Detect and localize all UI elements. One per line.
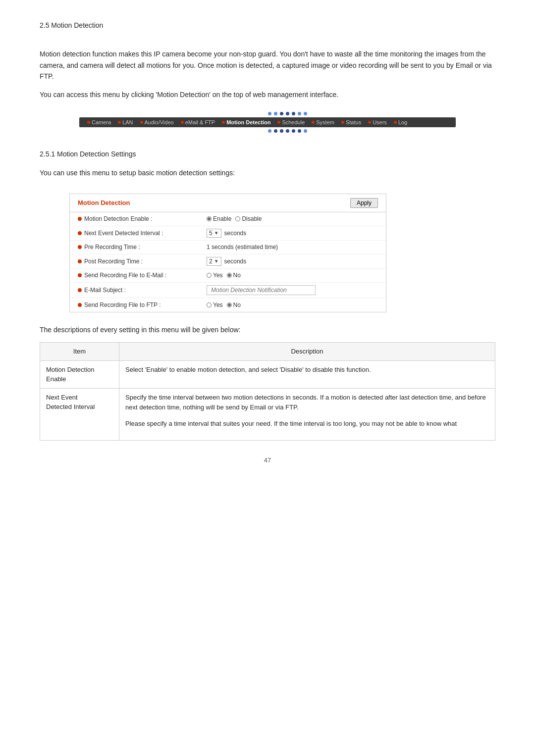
motion-value-enable: Enable Disable <box>207 215 262 222</box>
desc-intro: The descriptions of every setting in thi… <box>40 324 495 335</box>
nav-item-audiovideo[interactable]: Audio/Video <box>137 119 177 125</box>
radio-disable-circle[interactable] <box>235 216 240 221</box>
motion-form-title: Motion Detection <box>78 199 130 206</box>
motion-label-sendemail: Send Recording File to E-Mail : <box>78 272 207 279</box>
nav-bullet-motiondetection <box>222 121 225 124</box>
radio-sendemail-yes[interactable]: Yes <box>207 272 223 279</box>
nav-item-schedule[interactable]: Schedule <box>274 119 308 125</box>
nav-item-lan[interactable]: LAN <box>115 119 136 125</box>
prerecord-text: 1 seconds (estimated time) <box>207 244 278 251</box>
page-number: 47 <box>40 456 495 464</box>
radio-sendftp-yes-label: Yes <box>213 302 223 308</box>
bullet-sendftp <box>78 303 82 307</box>
nav-item-status[interactable]: Status <box>338 119 364 125</box>
apply-button[interactable]: Apply <box>350 198 378 208</box>
motion-value-sendftp: Yes No <box>207 302 241 308</box>
motion-label-prerecord-text: Pre Recording Time : <box>84 244 140 251</box>
radio-group-enable: Enable Disable <box>207 215 262 222</box>
bullet-prerecord <box>78 245 82 249</box>
nav-item-camera[interactable]: Camera <box>84 119 114 125</box>
nav-dot <box>304 112 307 115</box>
motion-label-postrecord-text: Post Recording Time : <box>84 258 143 265</box>
bullet-sendemail <box>78 273 82 277</box>
nav-label-users[interactable]: Users <box>373 119 387 125</box>
table-header-description: Description <box>119 343 495 361</box>
nav-bullet-users <box>368 121 371 124</box>
nav-label-status[interactable]: Status <box>346 119 361 125</box>
nav-dot-b <box>274 129 277 133</box>
radio-sendftp-yes[interactable]: Yes <box>207 302 223 308</box>
radio-sendftp-yes-circle[interactable] <box>207 302 212 307</box>
motion-row-sendemail: Send Recording File to E-Mail : Yes No <box>70 269 386 283</box>
motion-row-sendftp: Send Recording File to FTP : Yes No <box>70 298 386 312</box>
nav-bullet-audiovideo <box>140 121 143 124</box>
setup-intro: You can use this menu to setup basic mot… <box>40 167 495 178</box>
nav-label-log[interactable]: Log <box>398 119 407 125</box>
nav-dot <box>292 112 295 115</box>
nav-item-motiondetection[interactable]: Motion Detection <box>219 119 273 125</box>
select-arrow-interval: ▼ <box>214 230 219 236</box>
motion-label-sendemail-text: Send Recording File to E-Mail : <box>84 272 166 279</box>
nav-bullet-emailftp <box>181 121 184 124</box>
radio-enable-circle[interactable] <box>207 216 212 221</box>
radio-disable-label: Disable <box>242 215 262 222</box>
nav-label-schedule[interactable]: Schedule <box>282 119 305 125</box>
nav-dot-b <box>280 129 283 133</box>
description-table: Item Description Motion Detection Enable… <box>40 342 495 441</box>
radio-sendemail-no-circle[interactable] <box>227 273 232 278</box>
radio-sendftp-no-circle[interactable] <box>227 302 232 307</box>
radio-sendemail-no[interactable]: No <box>227 272 241 279</box>
nav-bullet-lan <box>118 121 121 124</box>
nav-label-camera[interactable]: Camera <box>92 119 111 125</box>
select-arrow-postrecord: ▼ <box>214 258 219 264</box>
nav-dot <box>280 112 283 115</box>
nav-label-system[interactable]: System <box>316 119 334 125</box>
radio-enable-label: Enable <box>213 215 231 222</box>
email-subject-input[interactable] <box>207 285 316 295</box>
radio-sendftp-no[interactable]: No <box>227 302 241 308</box>
nav-item-system[interactable]: System <box>309 119 337 125</box>
nav-dot-b <box>298 129 301 133</box>
motion-label-sendftp-text: Send Recording File to FTP : <box>84 302 161 308</box>
motion-label-prerecord: Pre Recording Time : <box>78 244 207 251</box>
nav-bullet-system <box>312 121 315 124</box>
motion-label-sendftp: Send Recording File to FTP : <box>78 302 207 308</box>
postrecord-select[interactable]: 2 ▼ <box>207 257 221 266</box>
table-cell-desc-1: Select 'Enable' to enable motion detecti… <box>119 360 495 388</box>
motion-row-enable: Motion Detection Enable : Enable Disable <box>70 212 386 226</box>
motion-value-emailsubject <box>207 285 316 295</box>
nav-label-audiovideo[interactable]: Audio/Video <box>145 119 174 125</box>
motion-label-postrecord: Post Recording Time : <box>78 258 207 265</box>
nav-dot <box>268 112 271 115</box>
motion-value-interval: 5 ▼ seconds <box>207 229 246 238</box>
postrecord-unit: seconds <box>224 258 247 265</box>
nav-item-log[interactable]: Log <box>391 119 410 125</box>
nav-item-users[interactable]: Users <box>365 119 390 125</box>
motion-label-emailsubject: E-Mail Subject : <box>78 287 207 294</box>
motion-label-interval-text: Next Event Detected Interval : <box>84 230 163 237</box>
motion-row-prerecord: Pre Recording Time : 1 seconds (estimate… <box>70 241 386 254</box>
radio-sendemail-yes-circle[interactable] <box>207 273 212 278</box>
motion-label-enable-text: Motion Detection Enable : <box>84 215 152 222</box>
intro-paragraph-1: Motion detection function makes this IP … <box>40 49 495 82</box>
nav-bullet-camera <box>87 121 90 124</box>
interval-select[interactable]: 5 ▼ <box>207 229 221 238</box>
radio-enable-option[interactable]: Enable <box>207 215 231 222</box>
bullet-interval <box>78 231 82 235</box>
intro-paragraph-2: You can access this menu by clicking 'Mo… <box>40 89 495 100</box>
nav-label-emailftp[interactable]: eMail & FTP <box>185 119 215 125</box>
table-cell-item-1: Motion Detection Enable <box>40 360 119 388</box>
nav-label-motiondetection[interactable]: Motion Detection <box>226 119 270 125</box>
motion-label-emailsubject-text: E-Mail Subject : <box>84 287 126 294</box>
nav-label-lan[interactable]: LAN <box>122 119 133 125</box>
radio-group-sendemail: Yes No <box>207 272 241 279</box>
radio-sendemail-yes-label: Yes <box>213 272 223 279</box>
nav-item-emailftp[interactable]: eMail & FTP <box>178 119 218 125</box>
motion-row-interval: Next Event Detected Interval : 5 ▼ secon… <box>70 226 386 241</box>
nav-dot-b <box>286 129 289 133</box>
table-header-item: Item <box>40 343 119 361</box>
table-cell-desc-2: Specify the time interval between two mo… <box>119 388 495 440</box>
radio-disable-option[interactable]: Disable <box>235 215 262 222</box>
nav-dots-bottom <box>228 129 307 133</box>
motion-value-sendemail: Yes No <box>207 272 241 279</box>
